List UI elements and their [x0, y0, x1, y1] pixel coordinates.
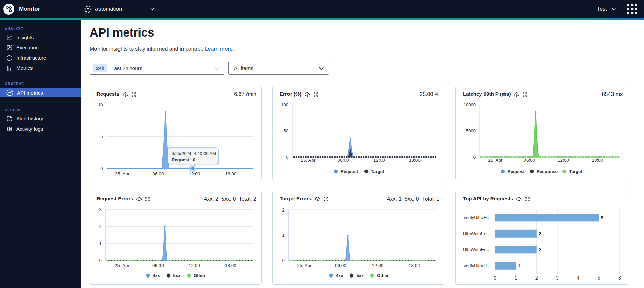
svg-text:0: 0 [494, 275, 496, 281]
svg-text:18:00: 18:00 [225, 263, 236, 268]
svg-text:0: 0 [100, 166, 103, 171]
svg-text:Other: Other [194, 273, 206, 278]
svg-text:UltraWithErr...: UltraWithErr... [463, 247, 490, 252]
svg-text:4/25/2024, 4:40:00 AM: 4/25/2024, 4:40:00 AM [172, 151, 216, 156]
svg-text:18:00: 18:00 [225, 171, 237, 176]
svg-text:Request: Request [341, 169, 358, 174]
svg-text:3: 3 [556, 275, 559, 281]
svg-text:6: 6 [618, 275, 621, 281]
svg-text:12:00: 12:00 [189, 171, 200, 176]
svg-text:12:00: 12:00 [189, 263, 200, 268]
svg-text:10: 10 [98, 102, 103, 107]
svg-text:4: 4 [577, 275, 579, 281]
svg-text:2: 2 [539, 231, 541, 236]
svg-text:25. Apr: 25. Apr [488, 157, 503, 162]
svg-text:06:00: 06:00 [524, 157, 535, 162]
svg-text:06:00: 06:00 [152, 263, 164, 268]
svg-text:06:00: 06:00 [153, 171, 164, 176]
svg-text:5: 5 [601, 215, 604, 220]
svg-text:2: 2 [535, 275, 538, 281]
svg-text:06:00: 06:00 [338, 157, 349, 162]
svg-text:25. Apr: 25. Apr [297, 263, 312, 268]
svg-text:1: 1 [518, 263, 520, 268]
svg-text:10000: 10000 [464, 102, 476, 107]
svg-text:5xx: 5xx [357, 273, 364, 278]
svg-text:0: 0 [286, 154, 288, 159]
svg-text:2: 2 [539, 247, 541, 252]
svg-text:50: 50 [284, 128, 288, 133]
svg-text:UltraWithErr...: UltraWithErr... [463, 231, 490, 236]
svg-text:18:00: 18:00 [409, 157, 421, 162]
svg-text:2: 2 [99, 224, 101, 229]
svg-text:verifyUltraH...: verifyUltraH... [464, 215, 490, 220]
svg-text:18:00: 18:00 [409, 263, 420, 268]
svg-text:1: 1 [99, 241, 101, 246]
svg-text:0: 0 [99, 258, 101, 263]
svg-text:25. Apr: 25. Apr [115, 263, 129, 268]
svg-text:06:00: 06:00 [335, 263, 346, 268]
svg-text:Target: Target [371, 169, 384, 174]
svg-text:3: 3 [99, 207, 101, 212]
svg-text:Request: Request [508, 169, 525, 174]
svg-text:Other: Other [377, 273, 389, 278]
svg-text:Request : 0: Request : 0 [172, 157, 195, 162]
svg-text:1: 1 [282, 232, 284, 238]
svg-text:12:00: 12:00 [373, 157, 385, 162]
svg-text:Response: Response [537, 169, 558, 174]
svg-text:100: 100 [281, 102, 288, 107]
svg-text:5xx: 5xx [173, 273, 181, 278]
svg-text:1: 1 [515, 275, 517, 281]
svg-text:Target: Target [569, 169, 582, 174]
svg-text:25. Apr: 25. Apr [301, 157, 315, 162]
svg-text:5000: 5000 [466, 128, 476, 133]
svg-text:4xx: 4xx [336, 273, 343, 278]
svg-text:25. Apr: 25. Apr [115, 171, 130, 176]
svg-text:0: 0 [282, 258, 284, 263]
svg-text:12:00: 12:00 [558, 157, 569, 162]
svg-text:verifyUltraH...: verifyUltraH... [464, 263, 490, 268]
svg-text:0: 0 [473, 154, 476, 159]
svg-text:4xx: 4xx [153, 273, 160, 278]
svg-text:12:00: 12:00 [372, 263, 384, 268]
svg-text:5: 5 [598, 275, 600, 281]
svg-text:2: 2 [282, 207, 284, 212]
svg-text:18:00: 18:00 [592, 157, 603, 162]
svg-text:5: 5 [100, 134, 103, 139]
